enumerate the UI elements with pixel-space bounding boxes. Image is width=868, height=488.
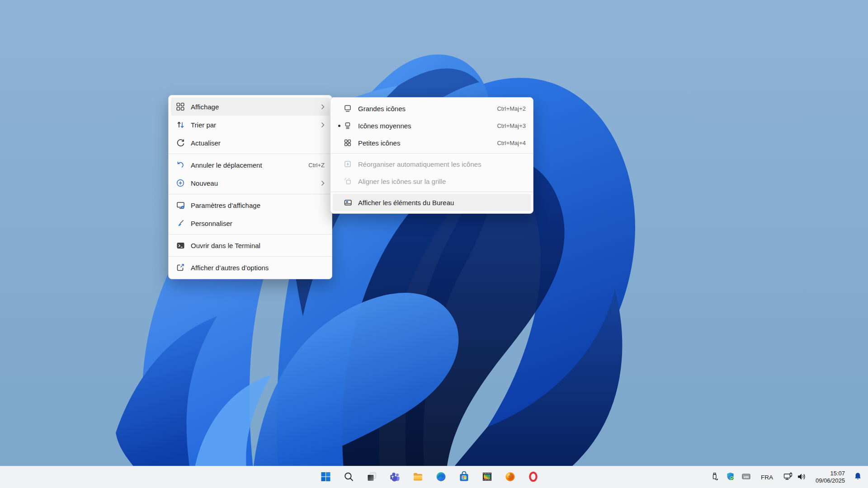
chevron-right-icon bbox=[318, 122, 325, 128]
small-icons-icon bbox=[343, 138, 352, 147]
menu-item-label: Grandes icônes bbox=[358, 105, 489, 113]
menu-item-annuler-deplacement[interactable]: Annuler le déplacement Ctrl+Z bbox=[171, 156, 330, 174]
menu-item-label: Aligner les icônes sur la grille bbox=[358, 178, 526, 185]
wired-network-icon bbox=[783, 472, 793, 483]
vm-tools-button[interactable]: vm bbox=[739, 468, 754, 486]
search-button[interactable] bbox=[339, 468, 358, 487]
menu-separator bbox=[330, 153, 533, 154]
submenu-item-grandes-icones[interactable]: Grandes icônes Ctrl+Maj+2 bbox=[333, 100, 531, 117]
large-icons-icon bbox=[343, 104, 352, 113]
submenu-item-aligner-grille: Aligner les icônes sur la grille bbox=[333, 173, 531, 190]
vm-icon: vm bbox=[741, 472, 751, 483]
align-grid-icon bbox=[343, 177, 352, 186]
firefox-icon bbox=[505, 471, 515, 483]
windows-security-button[interactable] bbox=[723, 468, 738, 486]
menu-separator bbox=[169, 256, 332, 257]
sort-icon bbox=[176, 120, 185, 129]
submenu-item-reorganiser-auto: Réorganiser automatiquement les icônes bbox=[333, 155, 531, 173]
search-icon bbox=[343, 471, 354, 483]
submenu-item-icones-moyennes[interactable]: Icônes moyennes Ctrl+Maj+3 bbox=[333, 117, 531, 134]
menu-item-label: Personnaliser bbox=[191, 220, 325, 227]
menu-item-label: Trier par bbox=[191, 121, 314, 129]
menu-separator bbox=[169, 234, 332, 235]
plus-circle-icon bbox=[176, 178, 185, 188]
clock: 15:07 09/06/2025 bbox=[813, 470, 848, 484]
clock-button[interactable]: 15:07 09/06/2025 bbox=[810, 468, 850, 486]
menu-item-afficher-autres-options[interactable]: Afficher d’autres d’options bbox=[171, 258, 330, 277]
date-label: 09/06/2025 bbox=[816, 477, 845, 484]
menu-item-ouvrir-terminal[interactable]: Ouvrir dans le Terminal bbox=[171, 236, 330, 254]
submenu-item-petites-icones[interactable]: Petites icônes Ctrl+Maj+4 bbox=[333, 134, 531, 151]
menu-item-label: Afficher les éléments du Bureau bbox=[358, 199, 526, 206]
svg-text:vm: vm bbox=[744, 475, 749, 479]
menu-item-label: Afficher d’autres d’options bbox=[191, 264, 325, 272]
notification-bell-icon bbox=[853, 472, 863, 483]
taskbar: vm FRA bbox=[0, 466, 868, 488]
edge-icon bbox=[435, 471, 446, 483]
network-volume-button[interactable] bbox=[780, 468, 809, 486]
menu-separator bbox=[169, 154, 332, 154]
menu-separator bbox=[330, 192, 533, 192]
volume-icon bbox=[797, 472, 807, 483]
menu-item-trier-par[interactable]: Trier par bbox=[171, 116, 330, 134]
firefox-button[interactable] bbox=[500, 468, 519, 487]
menu-item-label: Affichage bbox=[191, 103, 314, 111]
undo-icon bbox=[176, 160, 185, 169]
desktop-items-icon bbox=[343, 198, 352, 207]
start-icon bbox=[320, 471, 331, 483]
grid-icon bbox=[176, 102, 185, 111]
display-settings-icon bbox=[176, 201, 185, 210]
submenu-item-afficher-elements-bureau[interactable]: Afficher les éléments du Bureau bbox=[333, 194, 531, 211]
films-tv-icon bbox=[481, 471, 492, 483]
microsoft-store-button[interactable] bbox=[454, 468, 473, 487]
file-explorer-button[interactable] bbox=[408, 468, 427, 487]
menu-item-label: Annuler le déplacement bbox=[191, 161, 300, 169]
menu-item-shortcut: Ctrl+Maj+3 bbox=[497, 122, 526, 129]
teams-icon bbox=[389, 471, 400, 483]
menu-item-label: Nouveau bbox=[191, 179, 314, 187]
teams-button[interactable] bbox=[385, 468, 404, 487]
menu-item-label: Petites icônes bbox=[358, 139, 489, 147]
task-view-icon bbox=[366, 471, 377, 483]
refresh-icon bbox=[176, 138, 185, 147]
opera-button[interactable] bbox=[524, 468, 542, 487]
taskbar-center-icons bbox=[316, 466, 542, 488]
menu-item-parametres-affichage[interactable]: Paramètres d’affichage bbox=[171, 196, 330, 214]
affichage-submenu: Grandes icônes Ctrl+Maj+2 Icônes moyenne… bbox=[330, 97, 533, 214]
auto-arrange-icon bbox=[343, 160, 352, 169]
language-label: FRA bbox=[757, 474, 777, 481]
opera-icon bbox=[528, 471, 538, 483]
edge-button[interactable] bbox=[431, 468, 450, 487]
menu-item-affichage[interactable]: Affichage bbox=[171, 98, 330, 116]
menu-item-label: Icônes moyennes bbox=[358, 122, 489, 130]
task-view-button[interactable] bbox=[362, 468, 381, 487]
menu-separator bbox=[169, 194, 332, 194]
chevron-right-icon bbox=[318, 180, 325, 186]
menu-item-shortcut: Ctrl+Z bbox=[308, 162, 325, 169]
menu-item-label: Paramètres d’affichage bbox=[191, 202, 325, 209]
selected-bullet bbox=[335, 125, 343, 127]
films-tv-button[interactable] bbox=[477, 468, 496, 487]
paintbrush-icon bbox=[176, 219, 185, 228]
menu-item-label: Ouvrir dans le Terminal bbox=[191, 242, 325, 249]
system-tray: vm FRA bbox=[708, 466, 866, 488]
notifications-button[interactable] bbox=[851, 468, 866, 486]
time-label: 15:07 bbox=[816, 470, 845, 477]
chevron-right-icon bbox=[318, 104, 325, 110]
usb-eject-button[interactable] bbox=[708, 468, 722, 486]
usb-device-icon bbox=[710, 472, 719, 483]
terminal-icon bbox=[176, 241, 185, 250]
desktop: Affichage Trier par Actualiser bbox=[0, 0, 868, 488]
menu-item-shortcut: Ctrl+Maj+2 bbox=[497, 105, 526, 112]
menu-item-actualiser[interactable]: Actualiser bbox=[171, 134, 330, 152]
menu-item-label: Actualiser bbox=[191, 139, 325, 147]
start-button[interactable] bbox=[316, 468, 335, 487]
language-indicator[interactable]: FRA bbox=[755, 468, 779, 486]
menu-item-shortcut: Ctrl+Maj+4 bbox=[497, 140, 526, 146]
menu-item-personnaliser[interactable]: Personnaliser bbox=[171, 214, 330, 232]
file-explorer-icon bbox=[412, 471, 423, 483]
medium-icons-icon bbox=[343, 121, 352, 130]
menu-item-nouveau[interactable]: Nouveau bbox=[171, 174, 330, 192]
menu-item-label: Réorganiser automatiquement les icônes bbox=[358, 160, 526, 168]
expand-icon bbox=[176, 263, 185, 272]
